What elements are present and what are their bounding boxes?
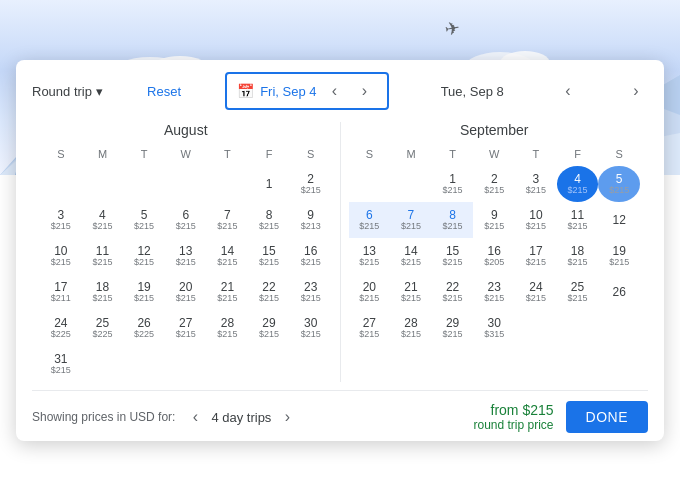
aug-day-6[interactable]: 6$215 — [165, 202, 207, 238]
sep-weekday-t1: T — [432, 146, 474, 162]
weekday-t1: T — [123, 146, 165, 162]
sep-weekday-s2: S — [598, 146, 640, 162]
calendar-roundtrip-label: Round trip — [32, 84, 92, 99]
weekday-t2: T — [207, 146, 249, 162]
calendar-start-date-selector[interactable]: 📅 Fri, Sep 4 ‹ › — [225, 72, 388, 110]
sep-day-22[interactable]: 22$215 — [432, 274, 474, 310]
calendar-roundtrip-arrow: ▾ — [96, 84, 103, 99]
aug-day-19[interactable]: 19$215 — [123, 274, 165, 310]
done-button[interactable]: DONE — [566, 401, 648, 433]
sep-weekday-f1: F — [557, 146, 599, 162]
sep-day-25[interactable]: 25$215 — [557, 274, 599, 310]
sep-weekday-m1: M — [390, 146, 432, 162]
trip-days-next[interactable]: › — [275, 405, 299, 429]
sep-day-1[interactable]: 1$215 — [432, 166, 474, 202]
calendar-end-prev-btn[interactable]: ‹ — [556, 79, 580, 103]
aug-day-17[interactable]: 17$211 — [40, 274, 82, 310]
aug-day-14[interactable]: 14$215 — [207, 238, 249, 274]
aug-day-29[interactable]: 29$215 — [248, 310, 290, 346]
sep-day-17[interactable]: 17$215 — [515, 238, 557, 274]
sep-day-18[interactable]: 18$215 — [557, 238, 599, 274]
august-calendar: August S M T W T F S 12$2153$2154$2155$2… — [32, 122, 340, 382]
aug-day-empty — [40, 166, 82, 202]
aug-day-21[interactable]: 21$215 — [207, 274, 249, 310]
sep-day-10[interactable]: 10$215 — [515, 202, 557, 238]
aug-day-25[interactable]: 25$225 — [82, 310, 124, 346]
aug-day-18[interactable]: 18$215 — [82, 274, 124, 310]
sep-day-15[interactable]: 15$215 — [432, 238, 474, 274]
sep-day-9[interactable]: 9$215 — [473, 202, 515, 238]
aug-day-12[interactable]: 12$215 — [123, 238, 165, 274]
sep-weekday-w1: W — [473, 146, 515, 162]
sep-day-4[interactable]: 4$215 — [557, 166, 599, 202]
aug-day-11[interactable]: 11$215 — [82, 238, 124, 274]
sep-day-20[interactable]: 20$215 — [349, 274, 391, 310]
sep-day-14[interactable]: 14$215 — [390, 238, 432, 274]
aug-day-8[interactable]: 8$215 — [248, 202, 290, 238]
sep-day-23[interactable]: 23$215 — [473, 274, 515, 310]
calendar-footer-left: Showing prices in USD for: ‹ 4 day trips… — [32, 405, 299, 429]
calendar-next-btn[interactable]: › — [353, 79, 377, 103]
sep-weekday-s1: S — [349, 146, 391, 162]
sep-day-3[interactable]: 3$215 — [515, 166, 557, 202]
trip-days-prev[interactable]: ‹ — [183, 405, 207, 429]
calendar-prev-btn[interactable]: ‹ — [323, 79, 347, 103]
sep-day-30[interactable]: 30$315 — [473, 310, 515, 346]
sep-day-empty — [515, 310, 557, 346]
sep-day-16[interactable]: 16$205 — [473, 238, 515, 274]
sep-day-26[interactable]: 26 — [598, 274, 640, 310]
sep-day-2[interactable]: 2$215 — [473, 166, 515, 202]
aug-day-1[interactable]: 1 — [248, 166, 290, 202]
aug-day-empty — [82, 346, 124, 382]
weekday-s2: S — [290, 146, 332, 162]
aug-day-28[interactable]: 28$215 — [207, 310, 249, 346]
aug-day-4[interactable]: 4$215 — [82, 202, 124, 238]
aug-day-31[interactable]: 31$215 — [40, 346, 82, 382]
sep-day-27[interactable]: 27$215 — [349, 310, 391, 346]
aug-day-22[interactable]: 22$215 — [248, 274, 290, 310]
sep-day-29[interactable]: 29$215 — [432, 310, 474, 346]
aug-day-23[interactable]: 23$215 — [290, 274, 332, 310]
sep-day-21[interactable]: 21$215 — [390, 274, 432, 310]
aug-day-3[interactable]: 3$215 — [40, 202, 82, 238]
september-calendar: September S M T W T F S 1$2152$2153$2154… — [340, 122, 649, 382]
sep-day-12[interactable]: 12 — [598, 202, 640, 238]
calendars-container: August S M T W T F S 12$2153$2154$2155$2… — [32, 122, 648, 382]
august-weekdays: S M T W T F S — [40, 146, 332, 162]
september-grid: 1$2152$2153$2154$2155$2156$2157$2158$215… — [349, 166, 641, 346]
aug-day-empty — [82, 166, 124, 202]
showing-prices-label: Showing prices in USD for: — [32, 410, 175, 424]
aug-day-24[interactable]: 24$225 — [40, 310, 82, 346]
aug-day-10[interactable]: 10$215 — [40, 238, 82, 274]
aug-day-15[interactable]: 15$215 — [248, 238, 290, 274]
aug-day-16[interactable]: 16$215 — [290, 238, 332, 274]
weekday-s1: S — [40, 146, 82, 162]
sep-day-19[interactable]: 19$215 — [598, 238, 640, 274]
aug-day-27[interactable]: 27$215 — [165, 310, 207, 346]
calendar-end-next-btn[interactable]: › — [624, 79, 648, 103]
calendar-icon: 📅 — [237, 83, 254, 99]
sep-day-28[interactable]: 28$215 — [390, 310, 432, 346]
aug-day-30[interactable]: 30$215 — [290, 310, 332, 346]
aug-day-13[interactable]: 13$215 — [165, 238, 207, 274]
calendar-reset-btn[interactable]: Reset — [147, 84, 181, 99]
aug-day-2[interactable]: 2$215 — [290, 166, 332, 202]
sep-day-empty — [349, 166, 391, 202]
sep-day-11[interactable]: 11$215 — [557, 202, 599, 238]
sep-day-24[interactable]: 24$215 — [515, 274, 557, 310]
aug-day-26[interactable]: 26$225 — [123, 310, 165, 346]
sep-day-13[interactable]: 13$215 — [349, 238, 391, 274]
from-price: from $215 — [491, 402, 554, 418]
sep-day-8[interactable]: 8$215 — [432, 202, 474, 238]
calendar-roundtrip-btn[interactable]: Round trip ▾ — [32, 84, 103, 99]
weekday-w1: W — [165, 146, 207, 162]
sep-day-5[interactable]: 5$215 — [598, 166, 640, 202]
aug-day-5[interactable]: 5$215 — [123, 202, 165, 238]
aug-day-9[interactable]: 9$213 — [290, 202, 332, 238]
aug-day-20[interactable]: 20$215 — [165, 274, 207, 310]
aug-day-7[interactable]: 7$215 — [207, 202, 249, 238]
sep-day-7[interactable]: 7$215 — [390, 202, 432, 238]
trip-days-nav: ‹ 4 day trips › — [183, 405, 299, 429]
sep-day-6[interactable]: 6$215 — [349, 202, 391, 238]
sep-day-empty — [390, 166, 432, 202]
